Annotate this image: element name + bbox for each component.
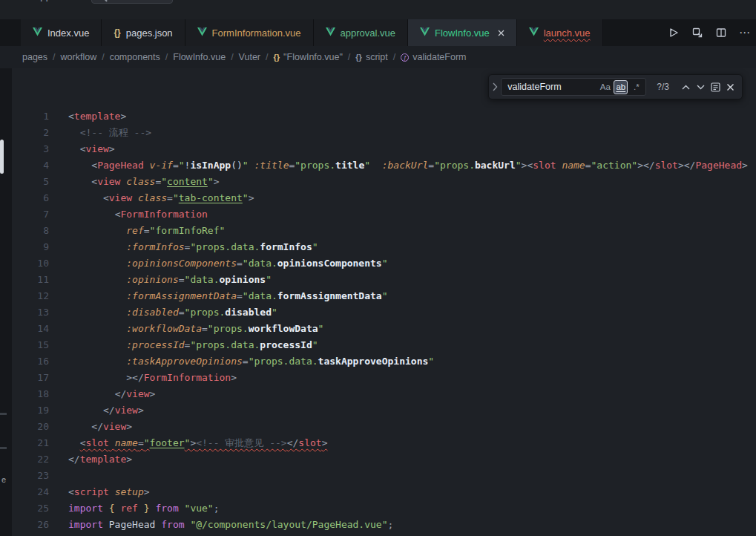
tab-Index.vue[interactable]: Index.vue — [21, 19, 102, 46]
code-line[interactable]: 25import { ref } from "vue"; — [12, 500, 756, 517]
line-number: 2 — [12, 125, 49, 141]
breadcrumb-separator: / — [165, 52, 168, 62]
run-button[interactable] — [667, 26, 680, 39]
code-line[interactable]: 20 </view> — [12, 419, 756, 435]
code-line[interactable]: 7 <FormInformation — [12, 206, 756, 223]
titlebar-search-box[interactable]: 搜索 — [91, 0, 173, 4]
tab-bar: Index.vue{}pages.jsonFormInformation.vue… — [0, 19, 756, 46]
line-number: 15 — [12, 337, 49, 353]
code-area[interactable]: 1<template>2 <!-- 流程 -->3 <view>4 <PageH… — [12, 108, 756, 533]
breadcrumb-item[interactable]: components — [110, 52, 160, 62]
breadcrumb-item[interactable]: Vuter — [239, 52, 260, 62]
code-line[interactable]: 1<template> — [12, 108, 756, 125]
toggle-replace-chevron[interactable] — [489, 75, 501, 99]
code-text: :opinionsComponents="data.opinionsCompon… — [68, 255, 388, 272]
code-line[interactable]: 5 <view class="content"> — [12, 174, 756, 190]
tab-FlowInfo.vue[interactable]: FlowInfo.vue — [408, 19, 517, 46]
line-number: 23 — [12, 468, 49, 484]
code-line[interactable]: 3 <view> — [12, 141, 756, 157]
code-line[interactable]: 26import PageHead from "@/components/lay… — [12, 517, 756, 533]
line-number: 8 — [12, 223, 49, 239]
tab-label: launch.vue — [544, 27, 591, 39]
find-match-count: ?/3 — [657, 82, 669, 92]
line-number: 6 — [12, 190, 49, 206]
tab-FormInformation.vue[interactable]: FormInformation.vue — [185, 19, 314, 46]
code-line[interactable]: 15 :processId="props.data.processId" — [12, 337, 756, 353]
close-find-icon[interactable] — [723, 79, 737, 94]
close-tab-icon[interactable] — [498, 30, 504, 36]
edge-scroll-handle[interactable] — [0, 140, 4, 174]
match-case-toggle[interactable]: Aa — [598, 80, 612, 94]
code-text: :processId="props.data.processId" — [68, 337, 318, 353]
code-line[interactable]: 22</template> — [12, 451, 756, 468]
code-line[interactable]: 14 :workflowData="props.workflowData" — [12, 321, 756, 337]
symbol-method-icon: ƒ — [401, 53, 409, 62]
project-name[interactable]: dan-uniapp — [1, 0, 51, 1]
breadcrumb-label: script — [366, 52, 388, 62]
line-number: 22 — [12, 451, 49, 468]
whole-word-toggle[interactable]: ab — [614, 80, 628, 94]
line-number: 4 — [12, 157, 49, 174]
split-editor-icon[interactable] — [714, 26, 728, 39]
breadcrumb-item[interactable]: ƒvalidateForm — [401, 52, 466, 62]
line-number: 13 — [12, 304, 49, 321]
line-number: 26 — [12, 517, 49, 533]
line-number: 21 — [12, 435, 49, 451]
tab-pages.json[interactable]: {}pages.json — [102, 19, 185, 46]
code-line[interactable]: 4 <PageHead v-if="!isInApp()" :title="pr… — [12, 157, 756, 174]
breadcrumb-item[interactable]: pages — [22, 52, 47, 62]
next-match-button[interactable] — [693, 79, 708, 94]
code-text: <view class="tab-content"> — [68, 190, 254, 206]
breadcrumb-item[interactable]: {}"FlowInfo.vue" — [274, 52, 343, 62]
code-line[interactable]: 10 :opinionsComponents="data.opinionsCom… — [12, 255, 756, 272]
code-text: </template> — [68, 451, 132, 468]
line-number: 3 — [12, 141, 49, 157]
breadcrumb-label: pages — [22, 52, 47, 62]
breadcrumb-item[interactable]: workflow — [61, 52, 97, 62]
code-text: :formInfos="props.data.formInfos" — [68, 239, 318, 255]
code-line[interactable]: 24<script setup> — [12, 484, 756, 500]
code-text: <FormInformation — [68, 206, 208, 223]
breadcrumb-separator: / — [348, 52, 350, 62]
find-widget: Aa ab .* ?/3 — [488, 74, 743, 99]
json-icon: {} — [114, 27, 120, 38]
code-line[interactable]: 23 — [12, 468, 756, 484]
code-text: :taskApproveOpinions="props.data.taskApp… — [68, 353, 434, 370]
find-input[interactable] — [507, 82, 596, 92]
code-text: <!-- 流程 --> — [68, 125, 151, 141]
code-line[interactable]: 17 ></FormInformation> — [12, 370, 756, 386]
previous-match-button[interactable] — [678, 79, 693, 94]
breadcrumb-item[interactable]: {}script — [355, 52, 387, 62]
code-line[interactable]: 6 <view class="tab-content"> — [12, 190, 756, 206]
code-line[interactable]: 8 ref="formInfoRef" — [12, 223, 756, 239]
code-line[interactable]: 11 :opinions="data.opinions" — [12, 272, 756, 288]
editor[interactable]: e Aa ab .* ?/3 1<template>2 <!-- 流程 -->3… — [0, 68, 756, 536]
edge-clipped-text: e — [1, 475, 6, 484]
breadcrumb-label: Vuter — [239, 52, 260, 62]
code-line[interactable]: 9 :formInfos="props.data.formInfos" — [12, 239, 756, 255]
line-number: 12 — [12, 288, 49, 304]
tab-label: FlowInfo.vue — [435, 27, 490, 39]
code-line[interactable]: 21 <slot name="footer"><!-- 审批意见 --></sl… — [12, 435, 756, 451]
breadcrumb-separator: / — [266, 52, 268, 62]
code-line[interactable]: 13 :disabled="props.disabled" — [12, 304, 756, 321]
line-number: 11 — [12, 272, 49, 288]
breadcrumb-label: workflow — [61, 52, 97, 62]
open-changes-icon[interactable] — [691, 26, 704, 39]
code-line[interactable]: 12 :formAssignmentData="data.formAssignm… — [12, 288, 756, 304]
code-line[interactable]: 18 </view> — [12, 386, 756, 402]
tab-launch.vue[interactable]: launch.vue — [517, 19, 603, 46]
breadcrumb-item[interactable]: FlowInfo.vue — [173, 52, 226, 62]
line-number: 20 — [12, 419, 49, 435]
line-number: 16 — [12, 353, 49, 370]
regex-toggle[interactable]: .* — [629, 80, 643, 94]
tab-approval.vue[interactable]: approval.vue — [314, 19, 408, 46]
code-text: import PageHead from "@/components/layou… — [68, 517, 393, 533]
find-input-wrap: Aa ab .* — [501, 78, 646, 96]
code-line[interactable]: 16 :taskApproveOpinions="props.data.task… — [12, 353, 756, 370]
code-line[interactable]: 19 </view> — [12, 402, 756, 419]
vue-icon — [33, 27, 42, 39]
more-actions-button[interactable]: ⋯ — [738, 26, 752, 39]
code-line[interactable]: 2 <!-- 流程 --> — [12, 125, 756, 141]
find-in-selection-icon[interactable] — [708, 79, 723, 94]
